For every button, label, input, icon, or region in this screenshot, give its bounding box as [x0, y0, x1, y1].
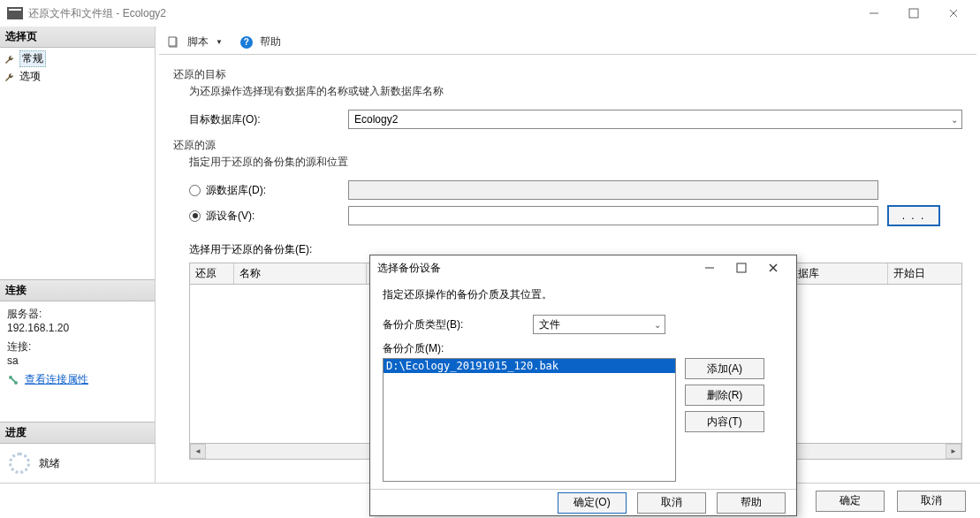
dialog-ok-button[interactable]: 确定(O): [558, 492, 627, 514]
col-start[interactable]: 开始日: [888, 263, 961, 284]
media-listbox[interactable]: D:\Ecology_20191015_120.bak: [383, 358, 676, 482]
sidebar-item-label: 选项: [19, 69, 41, 84]
source-device-input[interactable]: [348, 206, 878, 225]
source-section-title: 还原的源: [173, 138, 962, 153]
ok-button[interactable]: 确定: [816, 491, 885, 512]
connection-icon: [7, 374, 19, 386]
script-button[interactable]: 脚本: [187, 34, 209, 50]
col-restore[interactable]: 还原: [190, 263, 234, 284]
window-title: 还原文件和文件组 - Ecology2: [28, 6, 166, 21]
scroll-left-icon[interactable]: ◄: [190, 444, 206, 459]
progress-status: 就绪: [39, 456, 60, 471]
list-item[interactable]: D:\Ecology_20191015_120.bak: [384, 359, 675, 373]
target-section-desc: 为还原操作选择现有数据库的名称或键入新数据库名称: [189, 84, 962, 99]
target-db-value: Ecology2: [354, 113, 398, 126]
source-section-desc: 指定用于还原的备份集的源和位置: [189, 155, 962, 170]
conn-value: sa: [7, 354, 148, 367]
col-name[interactable]: 名称: [234, 263, 367, 284]
server-value: 192.168.1.20: [7, 322, 148, 334]
target-db-combo[interactable]: Ecology2 ⌄: [348, 110, 962, 129]
media-type-select[interactable]: 文件 ⌄: [533, 315, 665, 334]
close-button[interactable]: [933, 1, 973, 26]
script-icon: [168, 36, 180, 49]
main-titlebar: 还原文件和文件组 - Ecology2: [0, 0, 980, 27]
sidebar-item-label: 常规: [19, 50, 46, 67]
help-button[interactable]: 帮助: [260, 34, 281, 50]
dialog-maximize-button[interactable]: [726, 255, 757, 280]
svg-rect-10: [737, 263, 746, 272]
dialog-minimize-button[interactable]: [694, 255, 726, 280]
dialog-close-button[interactable]: [757, 255, 789, 280]
sidebar: 选择页 常规 选项 连接 服务器: 192.168.1.20 连接: sa 查看…: [0, 27, 156, 483]
svg-line-6: [11, 378, 15, 382]
add-button[interactable]: 添加(A): [685, 358, 764, 379]
media-label: 备份介质(M):: [383, 341, 784, 356]
server-label: 服务器:: [7, 307, 148, 322]
connection-header: 连接: [0, 279, 155, 301]
media-type-value: 文件: [539, 317, 560, 332]
dialog-titlebar: 选择备份设备: [370, 255, 796, 280]
cancel-button[interactable]: 取消: [897, 491, 966, 512]
sidebar-header: 选择页: [0, 27, 155, 48]
source-db-radio[interactable]: [189, 185, 201, 196]
browse-button[interactable]: . . .: [887, 205, 940, 226]
dialog-instruction: 指定还原操作的备份介质及其位置。: [383, 287, 784, 302]
spinner-icon: [9, 453, 30, 474]
maximize-button[interactable]: [893, 1, 933, 26]
view-connection-properties-link[interactable]: 查看连接属性: [25, 372, 88, 387]
remove-button[interactable]: 删除(R): [685, 385, 764, 406]
target-db-label: 目标数据库(O):: [189, 112, 348, 127]
source-db-label: 源数据库(D):: [206, 183, 266, 198]
help-icon: ?: [240, 36, 253, 49]
source-device-label: 源设备(V):: [206, 209, 254, 224]
progress-panel: 就绪: [0, 444, 155, 483]
dialog-help-button[interactable]: 帮助: [717, 492, 786, 514]
target-section-title: 还原的目标: [173, 67, 962, 82]
svg-rect-1: [909, 9, 918, 18]
source-db-combo: [348, 180, 878, 200]
wrench-icon: [4, 53, 16, 65]
media-type-label: 备份介质类型(B):: [383, 317, 533, 332]
select-backup-device-dialog: 选择备份设备 指定还原操作的备份介质及其位置。 备份介质类型(B): 文件 ⌄ …: [369, 255, 797, 516]
col-database[interactable]: 数据库: [782, 263, 888, 284]
progress-header: 进度: [0, 422, 155, 444]
dialog-footer: 确定(O) 取消 帮助: [370, 489, 796, 515]
connection-panel: 服务器: 192.168.1.20 连接: sa 查看连接属性: [0, 301, 155, 392]
app-icon: [7, 7, 23, 19]
source-device-radio[interactable]: [189, 210, 201, 222]
wrench-icon: [4, 71, 16, 83]
sidebar-item-options[interactable]: 选项: [4, 68, 151, 85]
chevron-down-icon: ⌄: [654, 320, 661, 330]
dialog-cancel-button[interactable]: 取消: [637, 492, 706, 514]
conn-label: 连接:: [7, 339, 148, 354]
minimize-button[interactable]: [854, 1, 893, 26]
contents-button[interactable]: 内容(T): [685, 411, 764, 432]
sidebar-item-general[interactable]: 常规: [4, 50, 151, 68]
svg-rect-8: [169, 37, 176, 46]
dialog-title: 选择备份设备: [377, 261, 441, 276]
chevron-down-icon[interactable]: ▼: [216, 38, 223, 46]
toolbar: 脚本 ▼ ? 帮助: [159, 30, 976, 55]
chevron-down-icon: ⌄: [951, 115, 958, 125]
scroll-right-icon[interactable]: ►: [946, 444, 961, 459]
